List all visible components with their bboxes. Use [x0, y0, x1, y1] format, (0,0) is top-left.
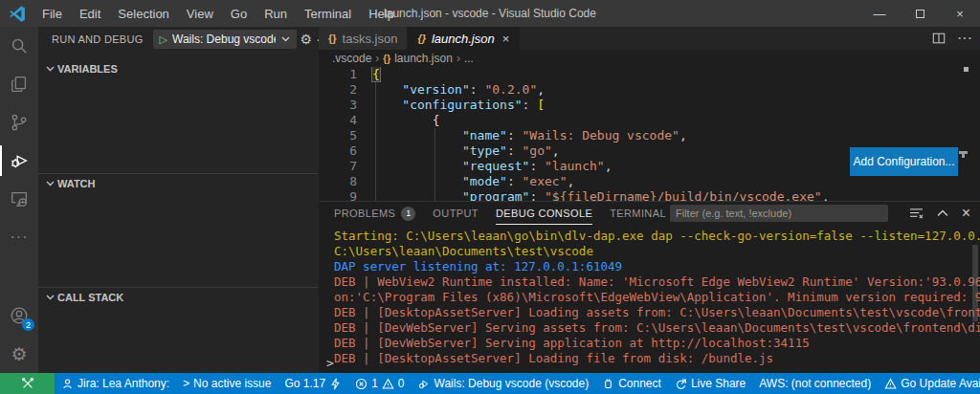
configure-gear-button[interactable]: ⚙ [301, 32, 313, 47]
maximize-icon [916, 10, 924, 18]
accounts-badge: 2 [22, 318, 34, 331]
maximize-panel-icon[interactable] [937, 209, 948, 217]
remote-tools-icon [21, 377, 34, 390]
add-configuration-button[interactable]: Add Configuration... [850, 147, 958, 176]
menu-view[interactable]: View [178, 0, 222, 27]
split-editor-icon[interactable] [932, 32, 946, 45]
tab-launch-json[interactable]: {} launch.json × [408, 27, 520, 50]
tab-output[interactable]: OUTPUT [433, 202, 479, 225]
settings-button[interactable]: ⚙ [0, 335, 38, 373]
code-line: 5 "name": "Wails: Debug vscode", [319, 128, 980, 143]
run-debug-sidebar: RUN AND DEBUG ▷ Wails: Debug vscode ⚙ ··… [38, 27, 319, 373]
editor-more-actions-icon[interactable]: ··· [957, 30, 972, 47]
problems-count-badge: 1 [401, 207, 415, 221]
activity-more-button[interactable]: ··· [0, 218, 38, 256]
active-issue-item[interactable]: > No active issue [176, 373, 278, 394]
minimize-button[interactable]: — [859, 0, 900, 27]
remote-indicator[interactable] [0, 373, 55, 394]
tab-debug-console[interactable]: DEBUG CONSOLE [496, 202, 592, 225]
breadcrumb-separator-icon: › [375, 52, 379, 65]
clear-console-icon[interactable] [909, 208, 924, 220]
breadcrumb-separator-icon: › [457, 52, 460, 65]
accounts-button[interactable]: 2 [0, 296, 38, 335]
sidebar-title: RUN AND DEBUG [52, 33, 144, 45]
menu-file[interactable]: File [33, 0, 71, 27]
jira-status-item[interactable]: Jira: Lea Anthony: [55, 373, 176, 394]
variables-section: VARIABLES [38, 59, 319, 173]
chevron-right-icon: > [183, 377, 189, 390]
activity-explorer-button[interactable] [0, 65, 38, 103]
console-prompt[interactable]: > [326, 356, 334, 366]
status-bar: Jira: Lea Anthony: > No active issue Go … [0, 373, 980, 394]
watch-section-body [38, 193, 319, 287]
live-share-item[interactable]: Live Share [668, 373, 752, 394]
console-line: C:\Users\leaan\Documents\test\vscode [334, 244, 980, 259]
connect-label: Connect [618, 377, 661, 390]
gear-icon: ⚙ [11, 343, 27, 365]
variables-section-label: VARIABLES [57, 63, 118, 75]
tab-label: launch.json [432, 32, 495, 46]
tab-label: DEBUG CONSOLE [496, 208, 592, 219]
close-panel-icon[interactable]: × [962, 205, 970, 222]
breadcrumb: .vscode › {} launch.json › ... [319, 50, 980, 67]
tab-label: PROBLEMS [334, 208, 395, 219]
remote-explorer-icon [9, 188, 30, 209]
activity-source-control-button[interactable] [0, 103, 38, 142]
close-tab-icon[interactable]: × [502, 32, 510, 46]
console-filter-input[interactable] [676, 208, 882, 219]
code-lines: 1{2 "version": "0.2.0",3 "configurations… [319, 67, 980, 201]
chevron-down-icon [46, 66, 55, 72]
jira-user-icon [61, 378, 74, 390]
code-line: 1{ [319, 67, 980, 82]
call-stack-section-header[interactable]: CALL STACK [38, 288, 319, 307]
menu-go[interactable]: Go [222, 0, 256, 27]
activity-bar: ··· 2 ⚙ [0, 27, 38, 373]
call-stack-section-label: CALL STACK [57, 292, 123, 303]
active-issue-label: No active issue [193, 377, 271, 390]
run-debug-icon [9, 150, 30, 171]
files-icon [9, 74, 30, 95]
json-file-icon: {} [417, 33, 426, 44]
tab-tasks-json[interactable]: {} tasks.json [319, 27, 408, 50]
breadcrumb-file[interactable]: launch.json [394, 52, 453, 65]
problems-status-item[interactable]: 1 0 [348, 373, 411, 394]
git-branch-icon [9, 112, 30, 133]
tab-label: tasks.json [343, 32, 398, 46]
debug-status-item[interactable]: Wails: Debug vscode (vscode) [412, 373, 596, 394]
breadcrumb-folder[interactable]: .vscode [332, 52, 371, 65]
tab-terminal[interactable]: TERMINAL [610, 202, 666, 225]
debug-console-output[interactable]: Starting: C:\Users\leaan\go\bin\dlv-dap.… [319, 225, 980, 366]
vscode-logo-icon [9, 5, 26, 22]
activity-search-button[interactable] [0, 27, 38, 65]
menu-terminal[interactable]: Terminal [296, 0, 360, 27]
connect-item[interactable]: Connect [595, 373, 668, 394]
go-update-item[interactable]: Go Update Available [878, 373, 980, 394]
aws-status-item[interactable]: AWS: (not connected) [752, 373, 878, 394]
console-lines: Starting: C:\Users\leaan\go\bin\dlv-dap.… [334, 229, 980, 366]
activity-run-debug-button[interactable] [0, 142, 38, 180]
go-version-item[interactable]: Go 1.17 [278, 373, 348, 394]
menu-edit[interactable]: Edit [71, 0, 109, 27]
error-icon [355, 378, 368, 390]
tab-problems[interactable]: PROBLEMS 1 [334, 202, 415, 225]
maximize-button[interactable] [900, 0, 940, 27]
activity-remote-explorer-button[interactable] [0, 180, 38, 218]
warning-count: 0 [398, 377, 405, 390]
close-window-button[interactable]: × [940, 0, 980, 27]
breadcrumb-symbol[interactable]: ... [464, 52, 474, 65]
variables-section-header[interactable]: VARIABLES [38, 59, 319, 78]
console-filter-box [670, 205, 888, 222]
variables-section-body [38, 78, 319, 173]
debug-config-dropdown[interactable]: ▷ Wails: Debug vscode [153, 30, 297, 49]
watch-section-header[interactable]: WATCH [38, 174, 319, 193]
panel-tab-bar: PROBLEMS 1 OUTPUT DEBUG CONSOLE TERMINAL… [319, 202, 980, 225]
live-share-icon [675, 378, 687, 390]
menu-selection[interactable]: Selection [109, 0, 177, 27]
tab-label: TERMINAL [610, 208, 666, 219]
search-icon [9, 35, 30, 56]
start-debug-icon[interactable]: ▷ [160, 33, 167, 46]
panel-scrollbar[interactable] [972, 245, 978, 321]
code-editor[interactable]: 1{2 "version": "0.2.0",3 "configurations… [319, 67, 980, 201]
bottom-panel: PROBLEMS 1 OUTPUT DEBUG CONSOLE TERMINAL… [319, 201, 980, 373]
menu-run[interactable]: Run [256, 0, 296, 27]
